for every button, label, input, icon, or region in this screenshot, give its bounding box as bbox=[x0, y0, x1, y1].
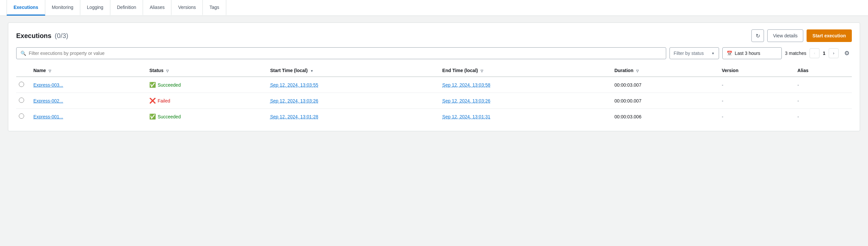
row-1-duration: 00:00:00.007 bbox=[610, 93, 718, 109]
search-input[interactable] bbox=[29, 51, 662, 56]
search-filter-container: 🔍 bbox=[16, 47, 666, 59]
filter-status-label: Filter by status bbox=[674, 51, 704, 56]
row-0-status-label: Succeeded bbox=[158, 82, 181, 88]
matches-count: 3 matches bbox=[785, 51, 807, 56]
filter-status-dropdown[interactable]: Filter by status ▼ bbox=[670, 47, 719, 59]
row-1-start-time: Sep 12, 2024, 13:03:26 bbox=[266, 93, 438, 109]
row-2-duration: 00:00:03.006 bbox=[610, 109, 718, 125]
table-row: Express-002...❌FailedSep 12, 2024, 13:03… bbox=[16, 93, 852, 109]
col-header-status[interactable]: Status ▽ bbox=[145, 64, 266, 77]
panel-title: Executions bbox=[16, 32, 52, 39]
row-0-name-link[interactable]: Express-003... bbox=[33, 82, 63, 88]
filter-row: 🔍 Filter by status ▼ 📅 Last 3 hours 3 ma… bbox=[16, 47, 852, 59]
row-0-duration: 00:00:03.007 bbox=[610, 77, 718, 93]
main-content: Executions (0/3) ↻ View details Start ex… bbox=[0, 16, 868, 138]
view-details-button[interactable]: View details bbox=[767, 29, 803, 42]
row-1-radio[interactable] bbox=[19, 98, 24, 103]
row-1-alias: - bbox=[793, 93, 852, 109]
panel-count: (0/3) bbox=[55, 32, 68, 39]
col-header-checkbox bbox=[16, 64, 29, 77]
row-0-radio[interactable] bbox=[19, 82, 24, 87]
row-2-radio[interactable] bbox=[19, 113, 24, 119]
sort-arrow-end: ▽ bbox=[480, 69, 483, 73]
row-0-name: Express-003... bbox=[29, 77, 145, 93]
row-1-checkbox-cell bbox=[16, 93, 29, 109]
table-row: Express-003...✅SucceededSep 12, 2024, 13… bbox=[16, 77, 852, 93]
tab-tags[interactable]: Tags bbox=[203, 0, 226, 16]
row-1-name: Express-002... bbox=[29, 93, 145, 109]
row-0-start-time: Sep 12, 2024, 13:03:55 bbox=[266, 77, 438, 93]
search-icon: 🔍 bbox=[21, 51, 26, 56]
row-2-end-time: Sep 12, 2024, 13:01:31 bbox=[438, 109, 610, 125]
calendar-icon: 📅 bbox=[726, 51, 732, 56]
refresh-icon: ↻ bbox=[756, 33, 760, 39]
col-header-version: Version bbox=[718, 64, 793, 77]
row-1-end-time-link[interactable]: Sep 12, 2024, 13:03:26 bbox=[442, 98, 491, 104]
header-actions: ↻ View details Start execution bbox=[751, 29, 852, 42]
row-2-start-time: Sep 12, 2024, 13:01:28 bbox=[266, 109, 438, 125]
row-2-status: ✅Succeeded bbox=[145, 109, 266, 125]
executions-table: Name ▽ Status ▽ Start Time (local) ▼ End… bbox=[16, 64, 852, 124]
row-0-checkbox-cell bbox=[16, 77, 29, 93]
executions-panel: Executions (0/3) ↻ View details Start ex… bbox=[8, 23, 860, 131]
row-2-name: Express-001... bbox=[29, 109, 145, 125]
col-header-start-time[interactable]: Start Time (local) ▼ bbox=[266, 64, 438, 77]
panel-title-group: Executions (0/3) bbox=[16, 32, 68, 40]
prev-page-button[interactable]: ‹ bbox=[810, 48, 819, 58]
tab-aliases[interactable]: Aliases bbox=[143, 0, 172, 16]
col-header-duration[interactable]: Duration ▽ bbox=[610, 64, 718, 77]
table-row: Express-001...✅SucceededSep 12, 2024, 13… bbox=[16, 109, 852, 125]
tab-logging[interactable]: Logging bbox=[80, 0, 110, 16]
row-1-status-label: Failed bbox=[158, 98, 170, 104]
row-1-end-time: Sep 12, 2024, 13:03:26 bbox=[438, 93, 610, 109]
row-0-end-time: Sep 12, 2024, 13:03:58 bbox=[438, 77, 610, 93]
row-2-end-time-link[interactable]: Sep 12, 2024, 13:01:31 bbox=[442, 114, 491, 119]
row-2-start-time-link[interactable]: Sep 12, 2024, 13:01:28 bbox=[270, 114, 318, 119]
check-circle-icon: ✅ bbox=[149, 113, 156, 120]
next-page-button[interactable]: › bbox=[829, 48, 839, 58]
sort-arrow-duration: ▽ bbox=[636, 69, 639, 73]
top-tab-bar: ExecutionsMonitoringLoggingDefinitionAli… bbox=[0, 0, 868, 16]
row-2-checkbox-cell bbox=[16, 109, 29, 125]
row-2-alias: - bbox=[793, 109, 852, 125]
tab-definition[interactable]: Definition bbox=[110, 0, 143, 16]
tab-versions[interactable]: Versions bbox=[172, 0, 203, 16]
error-circle-icon: ❌ bbox=[149, 98, 156, 104]
filter-time-dropdown[interactable]: 📅 Last 3 hours bbox=[722, 47, 782, 59]
col-header-name[interactable]: Name ▽ bbox=[29, 64, 145, 77]
row-1-status: ❌Failed bbox=[145, 93, 266, 109]
start-execution-button[interactable]: Start execution bbox=[807, 29, 852, 42]
check-circle-icon: ✅ bbox=[149, 82, 156, 88]
row-1-version: - bbox=[718, 93, 793, 109]
column-settings-button[interactable]: ⚙ bbox=[842, 48, 852, 58]
row-0-alias: - bbox=[793, 77, 852, 93]
panel-header: Executions (0/3) ↻ View details Start ex… bbox=[16, 29, 852, 42]
row-2-version: - bbox=[718, 109, 793, 125]
pagination: ‹ 1 › bbox=[810, 48, 839, 58]
row-2-status-label: Succeeded bbox=[158, 114, 181, 119]
page-number: 1 bbox=[822, 51, 827, 56]
table-header-row: Name ▽ Status ▽ Start Time (local) ▼ End… bbox=[16, 64, 852, 77]
row-0-status: ✅Succeeded bbox=[145, 77, 266, 93]
row-0-end-time-link[interactable]: Sep 12, 2024, 13:03:58 bbox=[442, 82, 491, 88]
row-2-name-link[interactable]: Express-001... bbox=[33, 114, 63, 119]
sort-arrow-start: ▼ bbox=[310, 69, 313, 73]
col-header-end-time[interactable]: End Time (local) ▽ bbox=[438, 64, 610, 77]
col-header-alias: Alias bbox=[793, 64, 852, 77]
row-1-start-time-link[interactable]: Sep 12, 2024, 13:03:26 bbox=[270, 98, 318, 104]
row-1-name-link[interactable]: Express-002... bbox=[33, 98, 63, 104]
row-0-version: - bbox=[718, 77, 793, 93]
filter-time-label: Last 3 hours bbox=[735, 51, 760, 56]
sort-arrow-status: ▽ bbox=[166, 69, 169, 73]
refresh-button[interactable]: ↻ bbox=[751, 29, 764, 42]
row-0-start-time-link[interactable]: Sep 12, 2024, 13:03:55 bbox=[270, 82, 318, 88]
tab-monitoring[interactable]: Monitoring bbox=[45, 0, 80, 16]
tab-executions[interactable]: Executions bbox=[7, 0, 45, 16]
chevron-down-icon: ▼ bbox=[711, 52, 715, 55]
sort-arrow-name: ▽ bbox=[49, 69, 51, 73]
